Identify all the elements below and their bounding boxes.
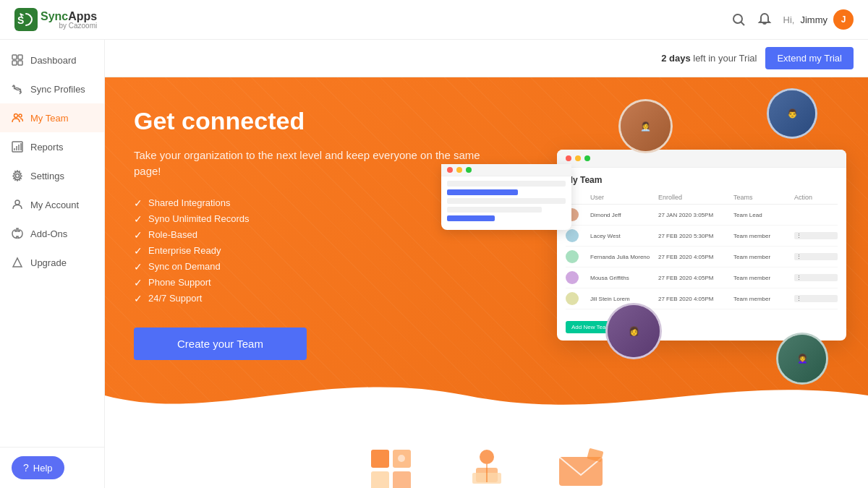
- check-icon-2: ✓: [134, 213, 142, 225]
- help-button[interactable]: ? Help: [12, 456, 64, 479]
- sidebar-label-my-team: My Team: [30, 113, 69, 124]
- dp-avatar-5: [566, 292, 579, 305]
- dp-role-4: Team member: [733, 275, 791, 281]
- user-greeting: Hi,: [783, 14, 795, 25]
- dp-role-5: Team member: [733, 296, 791, 302]
- settings-icon: [12, 170, 23, 181]
- puzzle-icon: [364, 442, 422, 488]
- create-team-button[interactable]: Create your Team: [134, 328, 307, 360]
- table-row: Fernanda Julia Moreno 27 FEB 2020 4:05PM…: [566, 247, 838, 267]
- dp-action-3[interactable]: ⋮: [794, 253, 838, 260]
- dp-action-2[interactable]: ⋮: [794, 232, 838, 239]
- help-circle-icon: ?: [23, 462, 29, 474]
- user-name[interactable]: Jimmy: [800, 14, 827, 25]
- sidebar-item-sync-profiles[interactable]: Sync Profiles: [0, 74, 104, 103]
- dp-avatar-4: [566, 271, 579, 284]
- svg-point-15: [16, 174, 20, 178]
- header-user: Hi, Jimmy J: [783, 9, 854, 30]
- sidebar-label-upgrade: Upgrade: [30, 257, 67, 268]
- dp-small-row-1: [447, 181, 566, 187]
- extend-trial-button[interactable]: Extend my Trial: [765, 47, 854, 69]
- dp-small-row-3: [447, 198, 566, 204]
- dashboard-preview: My Team User Enrolled Teams Action Dimon…: [557, 150, 846, 341]
- table-row: Lacey West 27 FEB 2020 5:30PM Team membe…: [566, 226, 838, 247]
- sidebar-item-settings[interactable]: Settings: [0, 161, 104, 190]
- illustration-2: [454, 439, 519, 488]
- dp-small-row-4: [447, 207, 542, 213]
- svg-rect-6: [12, 61, 17, 65]
- sidebar-item-my-account[interactable]: My Account: [0, 190, 104, 219]
- team-icon: [12, 112, 23, 124]
- person-reading-icon: [458, 442, 516, 488]
- dp-enrolled-1: 27 JAN 2020 3:05PM: [658, 212, 731, 218]
- check-icon-6: ✓: [134, 277, 142, 288]
- table-row: Dimond Jeff 27 JAN 2020 3:05PM Team Lead: [566, 205, 838, 226]
- sidebar-item-upgrade[interactable]: Upgrade: [0, 248, 104, 277]
- svg-line-3: [741, 22, 744, 26]
- logo-cazoomi: by Cazoomi: [41, 22, 97, 30]
- feature-5: ✓Sync on Demand: [134, 261, 495, 273]
- dp-col-teams: Teams: [733, 194, 791, 201]
- sidebar-item-add-ons[interactable]: Add-Ons: [0, 219, 104, 248]
- dp-action-5[interactable]: ⋮: [794, 295, 838, 302]
- bottom-area: [105, 424, 868, 488]
- dp-role-3: Team member: [733, 254, 791, 260]
- account-icon: [12, 199, 23, 210]
- feature-7: ✓24/7 Support: [134, 293, 495, 304]
- svg-point-8: [14, 114, 18, 118]
- sidebar-item-reports[interactable]: Reports: [0, 132, 104, 161]
- dp-col-user: User: [590, 194, 655, 201]
- logo-icon: S: [14, 8, 38, 31]
- header: S Sync Apps by Cazoomi Hi, Jimmy J: [0, 0, 868, 40]
- svg-rect-4: [12, 55, 17, 59]
- illustration-1: [360, 439, 425, 488]
- search-icon[interactable]: [731, 12, 746, 27]
- header-right: Hi, Jimmy J: [731, 9, 854, 30]
- hero-title: Get connected: [134, 106, 495, 136]
- dp-col-enrolled: Enrolled: [658, 194, 731, 201]
- dp-title: My Team: [566, 175, 838, 185]
- dp-small-row-5: [447, 215, 495, 221]
- svg-rect-19: [371, 471, 389, 488]
- dp-name-5: Jill Stein Lorem: [590, 296, 655, 302]
- sync-icon: [12, 83, 23, 95]
- svg-text:S: S: [17, 14, 24, 26]
- dp-small-header: [441, 164, 571, 176]
- upgrade-icon: [12, 257, 23, 268]
- dp-col-action: Action: [794, 194, 838, 201]
- check-icon-3: ✓: [134, 229, 142, 241]
- hero-section: Get connected Take your organization to …: [105, 77, 868, 424]
- svg-point-16: [15, 200, 20, 205]
- svg-point-22: [480, 450, 494, 464]
- sidebar-item-dashboard[interactable]: Dashboard: [0, 46, 104, 74]
- sidebar-label-reports: Reports: [30, 142, 64, 153]
- dp-header: [557, 150, 846, 168]
- trial-text: 2 days left in your Trial: [661, 53, 757, 64]
- sidebar-item-my-team[interactable]: My Team: [0, 103, 104, 132]
- sidebar-label-add-ons: Add-Ons: [30, 228, 67, 239]
- avatar-circle-1: 👩‍💼: [618, 99, 673, 153]
- dp-small-dot-green: [466, 167, 472, 173]
- svg-rect-7: [18, 61, 22, 65]
- avatar-circle-3: 👩: [605, 303, 662, 359]
- check-icon-7: ✓: [134, 293, 142, 304]
- dp-name-4: Mousa Griffiths: [590, 275, 655, 281]
- avatar[interactable]: J: [833, 9, 854, 30]
- sidebar-label-settings: Settings: [30, 171, 64, 181]
- check-icon-4: ✓: [134, 245, 142, 257]
- dp-name-3: Fernanda Julia Moreno: [590, 254, 655, 260]
- dp-small-dot-yellow: [456, 167, 462, 173]
- check-icon-1: ✓: [134, 197, 142, 209]
- dp-small-row-2: [447, 189, 518, 195]
- notification-icon[interactable]: [757, 12, 772, 27]
- check-icon-5: ✓: [134, 261, 142, 273]
- mail-icon: [552, 442, 610, 488]
- hero-wave: [105, 367, 868, 424]
- illustration-3: [548, 439, 613, 488]
- dp-enrolled-3: 27 FEB 2020 4:05PM: [658, 254, 731, 260]
- dp-role-1: Team Lead: [733, 212, 791, 218]
- dp-action-4[interactable]: ⋮: [794, 274, 838, 281]
- dp-small-preview: [441, 164, 571, 230]
- main-content: 2 days left in your Trial Extend my Tria…: [105, 40, 868, 488]
- logo-text: Sync Apps by Cazoomi: [41, 10, 97, 30]
